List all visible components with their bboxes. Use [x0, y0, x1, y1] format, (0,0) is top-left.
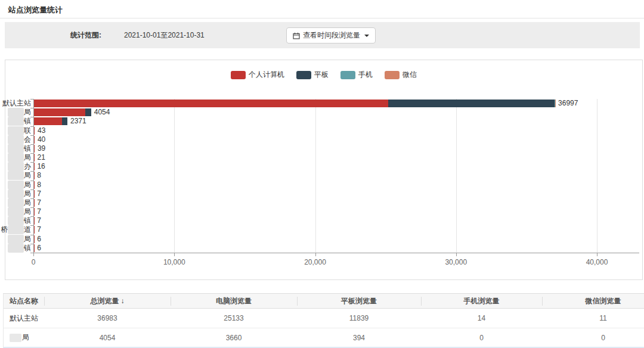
gridline [456, 99, 457, 253]
redacted-label-box [8, 171, 24, 180]
category-label-text: 局 [24, 153, 31, 162]
redacted-label-box [8, 162, 24, 171]
site-name-cell: 局 [4, 328, 44, 347]
redacted-label-box [8, 117, 24, 126]
filter-bar: 统计范围: 2021-10-01至2021-10-31 查看时间段浏览量 [5, 22, 640, 48]
table-cell: 0 [421, 328, 542, 347]
bar-value-label: 8 [37, 181, 41, 189]
legend-label: 平板 [314, 70, 329, 80]
redacted-label-box [8, 244, 24, 253]
x-axis-tick-label: 10,000 [163, 258, 185, 266]
bar-row-2 [34, 108, 91, 116]
x-axis-line [33, 253, 639, 253]
redacted-label-box [8, 198, 24, 207]
category-axis-tick [30, 253, 33, 253]
chart-card: 个人计算机平板手机微信 010,00020,00030,00040,000默认主… [5, 60, 643, 280]
redacted-label-box [8, 108, 24, 117]
redacted-label-box [8, 153, 24, 162]
x-axis-tick [174, 253, 175, 256]
category-label: 桥道 [1, 225, 31, 234]
table-header-label: 手机浏览量 [464, 296, 500, 306]
category-label-text: 联 [24, 126, 31, 135]
page-title: 站点浏览量统计 [8, 5, 63, 15]
x-axis-tick-label: 30,000 [445, 258, 467, 266]
legend-item-2[interactable]: 平板 [296, 70, 329, 80]
chevron-down-icon [364, 35, 369, 37]
table-cell: 11839 [297, 309, 421, 328]
legend-label: 个人计算机 [249, 70, 284, 80]
category-label: 联 [1, 126, 31, 135]
category-label-text: 局 [24, 235, 31, 244]
bar-value-label: 43 [38, 127, 45, 135]
bar-value-label: 36997 [558, 100, 578, 107]
redacted-label-box [8, 225, 24, 234]
redacted-label-box [10, 334, 21, 342]
page-header: 站点浏览量统计 [0, 0, 644, 18]
bar-row-4 [34, 127, 35, 135]
bar-segment-个人计算机[interactable] [34, 100, 388, 107]
legend-item-3[interactable]: 手机 [340, 70, 373, 80]
bar-value-label: 4054 [94, 108, 110, 116]
table-cell: 25133 [171, 309, 297, 328]
category-label-text: 镇 [24, 117, 31, 126]
bar-segment-平板[interactable] [85, 108, 91, 116]
bar-segment-平板[interactable] [388, 100, 555, 107]
category-label-text: 局 [24, 108, 31, 117]
site-name-cell: 默认主站 [4, 309, 44, 328]
table-header-label: 站点名称 [10, 296, 38, 306]
redacted-label-box [8, 144, 24, 153]
x-axis-tick [456, 253, 457, 256]
bar-value-label: 40 [38, 136, 45, 144]
legend-item-4[interactable]: 微信 [385, 70, 417, 80]
bar-segment-个人计算机[interactable] [34, 127, 35, 135]
gridline [597, 99, 597, 253]
redacted-label-box [8, 135, 24, 144]
table-cell: 0 [542, 328, 644, 347]
legend-label: 微信 [402, 70, 417, 80]
category-label: 局 [1, 198, 31, 207]
category-label: 局 [1, 171, 31, 180]
table-row: 默认主站3698325133118391411 [4, 309, 644, 328]
bar-row-6 [34, 145, 35, 153]
site-stats-table: 站点名称总浏览量↓电脑浏览量平板浏览量手机浏览量微信浏览量默认主站3698325… [3, 293, 644, 347]
category-label-text: 默认主站 [2, 99, 31, 108]
bar-segment-个人计算机[interactable] [34, 117, 62, 125]
redacted-label-box [8, 207, 24, 216]
category-label-text: 镇 [24, 144, 31, 153]
stat-range-label: 统计范围: [70, 22, 101, 48]
table-header-2[interactable]: 总浏览量↓ [44, 294, 171, 308]
category-label: 办 [1, 162, 31, 171]
view-timerange-button[interactable]: 查看时间段浏览量 [286, 27, 376, 44]
bar-row-3 [34, 117, 67, 125]
category-label: 镇 [1, 144, 31, 153]
x-axis-tick-label: 20,000 [304, 258, 326, 266]
bar-segment-个人计算机[interactable] [34, 136, 35, 144]
table-cell: 14 [421, 309, 542, 328]
bar-value-label: 7 [37, 208, 41, 216]
table-cell: 3660 [171, 328, 297, 347]
bar-segment-平板[interactable] [62, 117, 67, 125]
table-row: 局4054366039400 [4, 328, 644, 347]
legend-swatch-icon [385, 71, 400, 79]
category-label-text: 镇 [24, 216, 31, 225]
category-label-text: 局 [24, 189, 31, 198]
category-label: 默认主站 [1, 99, 31, 108]
redacted-label-box [8, 189, 24, 198]
table-header-label: 平板浏览量 [341, 296, 377, 306]
category-label-text: 会 [24, 135, 31, 144]
category-label: 会 [1, 135, 31, 144]
x-axis-tick-label: 0 [32, 258, 36, 266]
category-label-text: 道 [24, 225, 31, 234]
bar-value-label: 7 [37, 226, 41, 234]
table-header-4: 平板浏览量 [297, 294, 421, 308]
bar-value-label: 21 [37, 154, 45, 161]
sort-desc-icon[interactable]: ↓ [121, 297, 125, 305]
category-label: 局 [1, 181, 31, 189]
legend-swatch-icon [340, 71, 355, 79]
legend-item-1[interactable]: 个人计算机 [231, 70, 284, 80]
bar-segment-个人计算机[interactable] [34, 145, 35, 153]
bar-segment-个人计算机[interactable] [34, 108, 85, 116]
category-label: 局 [1, 207, 31, 216]
redacted-label-box [8, 126, 24, 135]
bar-row-5 [34, 136, 35, 144]
